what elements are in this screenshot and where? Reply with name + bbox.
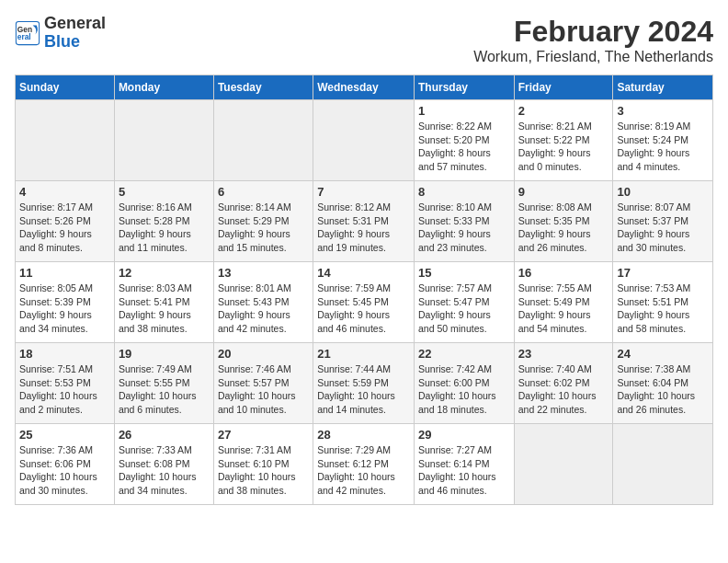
calendar-cell: 7Sunrise: 8:12 AMSunset: 5:31 PMDaylight… — [313, 181, 415, 262]
day-info: Sunrise: 8:03 AMSunset: 5:41 PMDaylight:… — [119, 282, 210, 336]
day-info: Sunrise: 8:19 AMSunset: 5:24 PMDaylight:… — [617, 120, 709, 174]
calendar-week-row: 11Sunrise: 8:05 AMSunset: 5:39 PMDayligh… — [16, 262, 713, 343]
calendar-cell: 20Sunrise: 7:46 AMSunset: 5:57 PMDayligh… — [213, 343, 313, 424]
day-number: 14 — [317, 266, 410, 280]
calendar-cell: 23Sunrise: 7:40 AMSunset: 6:02 PMDayligh… — [514, 343, 613, 424]
day-number: 22 — [418, 347, 510, 361]
calendar-cell: 5Sunrise: 8:16 AMSunset: 5:28 PMDaylight… — [114, 181, 213, 262]
day-number: 4 — [19, 185, 110, 199]
day-info: Sunrise: 7:57 AMSunset: 5:47 PMDaylight:… — [418, 282, 510, 336]
calendar-cell: 17Sunrise: 7:53 AMSunset: 5:51 PMDayligh… — [613, 262, 713, 343]
day-of-week-header: Monday — [114, 75, 213, 100]
day-info: Sunrise: 8:01 AMSunset: 5:43 PMDaylight:… — [218, 282, 309, 336]
calendar-cell: 19Sunrise: 7:49 AMSunset: 5:55 PMDayligh… — [114, 343, 213, 424]
calendar-table: SundayMondayTuesdayWednesdayThursdayFrid… — [15, 75, 713, 505]
day-of-week-header: Sunday — [16, 75, 115, 100]
day-number: 23 — [518, 347, 609, 361]
day-number: 1 — [418, 104, 510, 118]
day-info: Sunrise: 7:59 AMSunset: 5:45 PMDaylight:… — [317, 282, 410, 336]
title-area: February 2024 Workum, Friesland, The Net… — [473, 15, 713, 65]
logo-line2: Blue — [44, 33, 106, 52]
day-number: 16 — [518, 266, 609, 280]
day-info: Sunrise: 8:08 AMSunset: 5:35 PMDaylight:… — [518, 201, 609, 255]
day-number: 26 — [119, 428, 210, 442]
calendar-week-row: 25Sunrise: 7:36 AMSunset: 6:06 PMDayligh… — [16, 424, 713, 505]
day-info: Sunrise: 8:14 AMSunset: 5:29 PMDaylight:… — [218, 201, 309, 255]
calendar-header-row: SundayMondayTuesdayWednesdayThursdayFrid… — [16, 75, 713, 100]
logo: Gen eral General Blue — [15, 15, 106, 52]
calendar-cell: 27Sunrise: 7:31 AMSunset: 6:10 PMDayligh… — [213, 424, 313, 505]
day-number: 15 — [418, 266, 510, 280]
calendar-week-row: 18Sunrise: 7:51 AMSunset: 5:53 PMDayligh… — [16, 343, 713, 424]
day-info: Sunrise: 7:44 AMSunset: 5:59 PMDaylight:… — [317, 362, 410, 417]
day-number: 24 — [617, 347, 709, 361]
day-info: Sunrise: 7:53 AMSunset: 5:51 PMDaylight:… — [617, 282, 709, 336]
day-info: Sunrise: 7:55 AMSunset: 5:49 PMDaylight:… — [518, 282, 609, 336]
calendar-cell: 3Sunrise: 8:19 AMSunset: 5:24 PMDaylight… — [613, 100, 713, 181]
day-number: 19 — [119, 347, 210, 361]
day-info: Sunrise: 8:07 AMSunset: 5:37 PMDaylight:… — [617, 201, 709, 255]
day-number: 8 — [418, 185, 510, 199]
calendar-cell: 11Sunrise: 8:05 AMSunset: 5:39 PMDayligh… — [16, 262, 115, 343]
day-number: 11 — [19, 266, 110, 280]
day-number: 28 — [317, 428, 410, 442]
day-number: 9 — [518, 185, 609, 199]
svg-text:eral: eral — [17, 32, 31, 41]
location-subtitle: Workum, Friesland, The Netherlands — [473, 49, 713, 65]
calendar-cell: 24Sunrise: 7:38 AMSunset: 6:04 PMDayligh… — [613, 343, 713, 424]
day-info: Sunrise: 8:17 AMSunset: 5:26 PMDaylight:… — [19, 201, 110, 255]
day-number: 25 — [19, 428, 110, 442]
day-info: Sunrise: 8:12 AMSunset: 5:31 PMDaylight:… — [317, 201, 410, 255]
calendar-cell: 12Sunrise: 8:03 AMSunset: 5:41 PMDayligh… — [114, 262, 213, 343]
day-info: Sunrise: 8:10 AMSunset: 5:33 PMDaylight:… — [418, 201, 510, 255]
calendar-cell — [16, 100, 115, 181]
calendar-cell: 28Sunrise: 7:29 AMSunset: 6:12 PMDayligh… — [313, 424, 415, 505]
day-info: Sunrise: 7:27 AMSunset: 6:14 PMDaylight:… — [418, 443, 510, 498]
day-number: 10 — [617, 185, 709, 199]
day-number: 5 — [119, 185, 210, 199]
day-of-week-header: Saturday — [613, 75, 713, 100]
calendar-cell: 14Sunrise: 7:59 AMSunset: 5:45 PMDayligh… — [313, 262, 415, 343]
day-number: 20 — [218, 347, 309, 361]
calendar-cell: 1Sunrise: 8:22 AMSunset: 5:20 PMDaylight… — [414, 100, 514, 181]
logo-line1: General — [44, 15, 106, 33]
day-number: 29 — [418, 428, 510, 442]
calendar-cell — [114, 100, 213, 181]
month-title: February 2024 — [473, 15, 713, 49]
day-number: 7 — [317, 185, 410, 199]
day-of-week-header: Tuesday — [213, 75, 313, 100]
day-info: Sunrise: 7:29 AMSunset: 6:12 PMDaylight:… — [317, 443, 410, 498]
calendar-cell — [313, 100, 415, 181]
calendar-cell: 2Sunrise: 8:21 AMSunset: 5:22 PMDaylight… — [514, 100, 613, 181]
day-number: 17 — [617, 266, 709, 280]
calendar-cell: 29Sunrise: 7:27 AMSunset: 6:14 PMDayligh… — [414, 424, 514, 505]
day-number: 18 — [19, 347, 110, 361]
day-info: Sunrise: 7:46 AMSunset: 5:57 PMDaylight:… — [218, 362, 309, 417]
day-of-week-header: Thursday — [414, 75, 514, 100]
calendar-cell: 13Sunrise: 8:01 AMSunset: 5:43 PMDayligh… — [213, 262, 313, 343]
calendar-cell — [613, 424, 713, 505]
day-number: 3 — [617, 104, 709, 118]
day-info: Sunrise: 7:33 AMSunset: 6:08 PMDaylight:… — [119, 443, 210, 498]
day-info: Sunrise: 7:49 AMSunset: 5:55 PMDaylight:… — [119, 362, 210, 417]
calendar-cell: 8Sunrise: 8:10 AMSunset: 5:33 PMDaylight… — [414, 181, 514, 262]
day-info: Sunrise: 7:51 AMSunset: 5:53 PMDaylight:… — [19, 362, 110, 417]
day-of-week-header: Wednesday — [313, 75, 415, 100]
day-info: Sunrise: 7:40 AMSunset: 6:02 PMDaylight:… — [518, 362, 609, 417]
day-info: Sunrise: 8:21 AMSunset: 5:22 PMDaylight:… — [518, 120, 609, 174]
day-info: Sunrise: 7:38 AMSunset: 6:04 PMDaylight:… — [617, 362, 709, 417]
day-number: 2 — [518, 104, 609, 118]
page-header: Gen eral General Blue February 2024 Work… — [15, 15, 713, 65]
calendar-cell: 6Sunrise: 8:14 AMSunset: 5:29 PMDaylight… — [213, 181, 313, 262]
day-info: Sunrise: 7:31 AMSunset: 6:10 PMDaylight:… — [218, 443, 309, 498]
day-number: 12 — [119, 266, 210, 280]
calendar-cell: 25Sunrise: 7:36 AMSunset: 6:06 PMDayligh… — [16, 424, 115, 505]
day-info: Sunrise: 8:05 AMSunset: 5:39 PMDaylight:… — [19, 282, 110, 336]
calendar-cell: 15Sunrise: 7:57 AMSunset: 5:47 PMDayligh… — [414, 262, 514, 343]
calendar-cell: 10Sunrise: 8:07 AMSunset: 5:37 PMDayligh… — [613, 181, 713, 262]
logo-icon: Gen eral — [15, 20, 40, 46]
calendar-cell: 16Sunrise: 7:55 AMSunset: 5:49 PMDayligh… — [514, 262, 613, 343]
day-info: Sunrise: 7:36 AMSunset: 6:06 PMDaylight:… — [19, 443, 110, 498]
calendar-cell: 9Sunrise: 8:08 AMSunset: 5:35 PMDaylight… — [514, 181, 613, 262]
calendar-cell: 22Sunrise: 7:42 AMSunset: 6:00 PMDayligh… — [414, 343, 514, 424]
